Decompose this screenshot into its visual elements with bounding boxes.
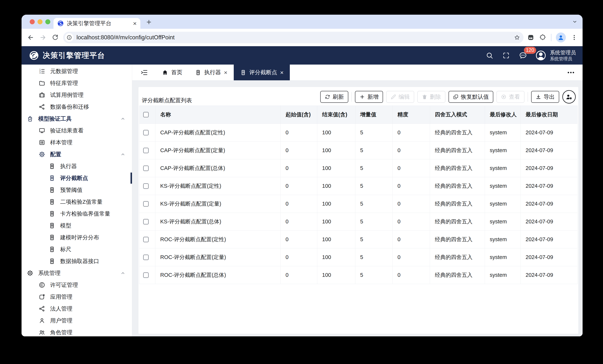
row-checkbox[interactable] [143, 183, 149, 189]
search-icon[interactable] [486, 52, 493, 59]
row-checkbox[interactable] [143, 255, 149, 260]
sidebar-item-label: 应用管理 [50, 293, 72, 301]
table-row[interactable]: ROC-评分截断点配置(总体) 0 100 5 0 经典的四舍五入 system… [139, 266, 578, 284]
sidebar-item-executor[interactable]: 执行器 [22, 160, 132, 172]
table-row[interactable]: ROC-评分截断点配置(定量) 0 100 5 0 经典的四舍五入 system… [139, 249, 578, 266]
site-info-chip[interactable] [65, 33, 73, 42]
table-row[interactable]: KS-评分截断点配置(定量) 0 100 5 0 经典的四舍五入 system … [139, 195, 578, 213]
sidebar-item-warning-threshold[interactable]: 预警阈值 [22, 184, 132, 196]
sidebar-item-metadata-management[interactable]: 元数据管理 [22, 65, 132, 77]
sidebar-item-role-management[interactable]: 角色管理 [22, 327, 132, 336]
sidebar-item-data-extractor-api[interactable]: 数据抽取器接口 [22, 255, 132, 267]
row-checkbox[interactable] [143, 272, 149, 278]
row-checkbox[interactable] [143, 219, 149, 225]
sidebar-item-model-validation-tools[interactable]: 模型验证工具 [22, 113, 132, 125]
messages-button[interactable]: 120 [519, 51, 527, 60]
sidebar-item-ruler[interactable]: 标尺 [22, 243, 132, 255]
extension-shortcut-icon[interactable] [527, 34, 534, 41]
table-row[interactable]: ROC-评分截断点配置(定性) 0 100 5 0 经典的四舍五入 system… [139, 231, 578, 249]
row-checkbox[interactable] [143, 166, 149, 171]
url-text[interactable]: localhost:8080/#/mv/config/cutOffPoint [77, 34, 514, 41]
app-logo-swirl-icon [29, 50, 39, 60]
tab-close-icon[interactable]: × [133, 20, 137, 26]
sidebar-item-modeling-score-distribution[interactable]: 建模时评分分布 [22, 231, 132, 243]
sidebar-item-feature-library[interactable]: 特征库管理 [22, 77, 132, 89]
sidebar-item-config[interactable]: 配置 [22, 148, 132, 160]
bag-check-icon [27, 115, 34, 122]
table-row[interactable]: CAP-评分截断点配置(定性) 0 100 5 0 经典的四舍五入 system… [139, 124, 578, 142]
address-bar[interactable]: localhost:8080/#/mv/config/cutOffPoint [63, 32, 523, 43]
reload-icon[interactable] [52, 34, 59, 41]
sidebar-item-chi-square-critical-constant[interactable]: 卡方检验临界值常量 [22, 208, 132, 220]
browser-profile-avatar[interactable] [556, 33, 566, 43]
view-button[interactable]: 查看 [497, 91, 524, 103]
row-checkbox[interactable] [143, 148, 149, 153]
edit-button[interactable]: 编辑 [386, 91, 414, 103]
sidebar-item-user-management[interactable]: 用户管理 [22, 315, 132, 327]
sidebar-item-application-management[interactable]: 应用管理 [22, 291, 132, 303]
row-checkbox[interactable] [143, 130, 149, 136]
cell-end: 100 [317, 177, 355, 195]
sidebar-item-data-backup-migration[interactable]: 数据备份和迁移 [22, 101, 132, 113]
bookmark-star-icon[interactable] [514, 34, 520, 41]
sidebar-item-validation-results[interactable]: 验证结果查看 [22, 125, 132, 136]
sidebar-item-label: 模型 [60, 222, 71, 229]
cell-modified-date: 2024-07-09 [521, 177, 578, 195]
row-checkbox[interactable] [143, 201, 149, 207]
sidebar-item-system-management[interactable]: 系统管理 [22, 267, 132, 279]
tab-close-icon[interactable]: × [280, 69, 284, 76]
table-row[interactable]: KS-评分截断点配置(定性) 0 100 5 0 经典的四舍五入 system … [139, 177, 578, 195]
page-tab-executor[interactable]: 执行器 × [189, 65, 234, 80]
column-settings-button[interactable] [562, 90, 576, 103]
cell-end: 100 [317, 249, 355, 266]
browser-tab[interactable]: 决策引擎管理平台 × [53, 18, 140, 29]
close-window-button[interactable] [30, 19, 35, 24]
sidebar-item-license-management[interactable]: 许可证管理 [22, 279, 132, 291]
refresh-button[interactable]: 刷新 [320, 91, 348, 103]
row-checkbox[interactable] [143, 237, 149, 242]
table-row[interactable]: KS-评分截断点配置(总体) 0 100 5 0 经典的四舍五入 system … [139, 213, 578, 231]
new-tab-button[interactable] [145, 18, 153, 26]
cell-start: 0 [281, 231, 317, 249]
sidebar-item-binomial-z-constant[interactable]: 二项检验Z值常量 [22, 196, 132, 208]
sidebar-collapse-icon[interactable] [140, 69, 148, 76]
forward-icon[interactable] [39, 34, 46, 41]
sidebar-item-trial-case-management[interactable]: 试算用例管理 [22, 89, 132, 101]
browser-menu-kebab-icon[interactable] [571, 34, 578, 41]
table-row[interactable]: CAP-评分截断点配置(总体) 0 100 5 0 经典的四舍五入 system… [139, 159, 578, 177]
delete-button[interactable]: 删除 [417, 91, 445, 103]
fullscreen-icon[interactable] [502, 52, 510, 59]
cell-start: 0 [281, 213, 317, 231]
cell-modified-date: 2024-07-09 [521, 195, 578, 213]
cell-increment: 5 [355, 231, 393, 249]
add-button[interactable]: 新增 [355, 91, 383, 103]
page-tab-home[interactable]: 首页 [156, 65, 189, 80]
back-icon[interactable] [27, 34, 34, 41]
cell-modified-date: 2024-07-09 [521, 159, 578, 177]
maximize-window-button[interactable] [45, 19, 50, 24]
cell-modified-by: system [485, 195, 521, 213]
tab-close-icon[interactable]: × [224, 69, 227, 76]
browser-tab-title: 决策引擎管理平台 [67, 20, 133, 27]
user-info[interactable]: 系统管理员 系统管理员 [550, 49, 576, 62]
sidebar-item-sample-management[interactable]: 样本管理 [22, 136, 132, 148]
user-avatar[interactable] [535, 50, 546, 61]
refresh-icon [325, 94, 330, 100]
table-row[interactable]: CAP-评分截断点配置(定量) 0 100 5 0 经典的四舍五入 system… [139, 142, 578, 159]
tab-more-actions-icon[interactable] [567, 68, 575, 77]
tab-list-chevron-icon[interactable] [572, 19, 578, 25]
sidebar-item-label: 样本管理 [50, 139, 72, 146]
sidebar-item-cutoff-point[interactable]: 评分截断点 [22, 172, 132, 184]
export-button[interactable]: 导出 [531, 91, 559, 103]
select-all-checkbox[interactable] [143, 112, 149, 117]
minimize-window-button[interactable] [37, 19, 43, 24]
cell-start: 0 [281, 266, 317, 284]
extensions-puzzle-icon[interactable] [539, 34, 546, 41]
select-all-cell [139, 106, 155, 124]
page-tab-cutoff-point[interactable]: 评分截断点 × [234, 65, 290, 80]
chevron-up-icon [120, 116, 126, 122]
sidebar-item-legal-entity-management[interactable]: 法人管理 [22, 303, 132, 315]
sidebar-item-label: 预警阈值 [60, 186, 82, 194]
restore-default-button[interactable]: 恢复默认值 [449, 91, 493, 103]
sidebar-item-model[interactable]: 模型 [22, 220, 132, 231]
